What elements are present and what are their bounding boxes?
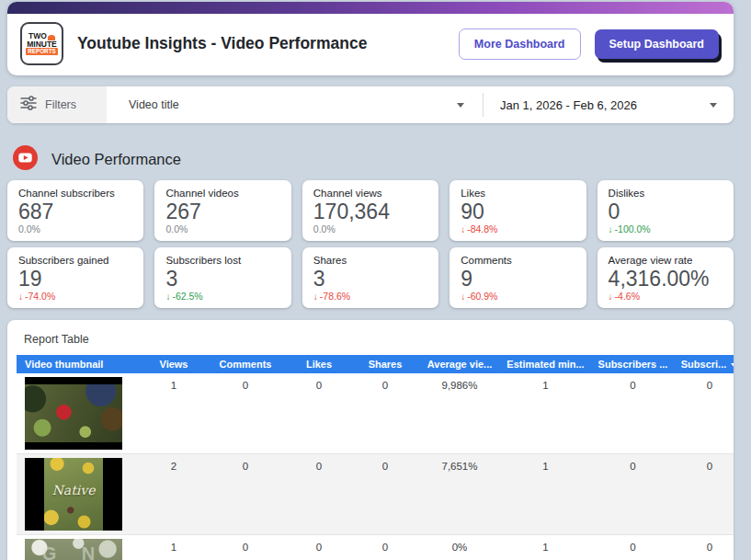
column-header-average-vie[interactable]: Average vie...	[417, 355, 502, 373]
table-cell: 0	[589, 535, 677, 560]
section-header: Video Performance	[13, 144, 181, 174]
table-row: Native20007,651%100	[17, 454, 734, 535]
metric-value: 0	[609, 200, 723, 223]
metric-value: 9	[461, 268, 575, 291]
metric-value: 90	[461, 200, 575, 223]
scorecard-channel-videos: Channel videos2670.0%	[154, 180, 290, 241]
scorecard-subscribers-lost: Subscribers lost3↓-62.5%	[154, 247, 290, 308]
column-header-comments[interactable]: Comments	[206, 355, 285, 373]
table-cell: 0	[285, 454, 353, 535]
table-header-row: Video thumbnailViewsCommentsLikesSharesA…	[17, 355, 734, 373]
metric-label: Dislikes	[609, 188, 723, 199]
metric-delta: ↓-60.9%	[461, 291, 575, 302]
logo-text-minute: MINUTE	[27, 40, 57, 49]
metric-delta-value: -62.5%	[172, 291, 202, 302]
arrow-down-icon: ↓	[165, 291, 170, 302]
video-title-filter-value: Video title	[129, 98, 179, 111]
filters-toggle[interactable]: Filters	[7, 86, 107, 123]
column-header-estimated-min[interactable]: Estimated min...	[502, 355, 589, 373]
thumbnail-cell	[17, 373, 142, 454]
chevron-down-icon	[457, 103, 464, 108]
scorecard-channel-subscribers: Channel subscribers6870.0%	[7, 180, 143, 241]
video-thumbnail[interactable]: G N	[25, 539, 122, 560]
table-cell: 0	[206, 373, 285, 454]
youtube-icon	[13, 145, 38, 174]
table-cell: 0	[353, 454, 417, 535]
metric-value: 267	[165, 200, 279, 223]
metric-delta: ↓-4.6%	[609, 291, 723, 302]
table-cell: 9,986%	[417, 373, 502, 454]
more-dashboard-button[interactable]: More Dashboard	[459, 29, 581, 60]
date-range-value: Jan 1, 2026 - Feb 6, 2026	[500, 98, 637, 112]
metric-delta-value: -100.0%	[615, 223, 651, 234]
table-cell: 0	[206, 454, 285, 535]
column-header-shares[interactable]: Shares	[353, 355, 417, 373]
thumbnail-overlay-text: Native	[25, 483, 122, 497]
metric-value: 687	[18, 200, 132, 223]
metric-label: Comments	[461, 255, 575, 266]
table-cell: 0	[206, 535, 285, 560]
metric-delta-value: 0.0%	[18, 223, 40, 234]
arrow-down-icon: ↓	[461, 291, 465, 302]
thumbnail-cell: G N	[17, 535, 142, 560]
table-cell: 0	[589, 454, 677, 535]
report-table: Video thumbnailViewsCommentsLikesSharesA…	[17, 355, 734, 560]
video-thumbnail[interactable]	[25, 377, 122, 450]
chevron-down-icon	[710, 103, 717, 108]
setup-dashboard-button[interactable]: Setup Dashboard	[595, 29, 720, 59]
video-thumbnail[interactable]: Native	[25, 458, 122, 531]
report-table-title: Report Table	[24, 333, 724, 346]
scorecards-grid: Channel subscribers6870.0%Channel videos…	[7, 180, 734, 308]
metric-label: Channel videos	[165, 188, 279, 199]
header-buttons: More Dashboard Setup Dashboard	[459, 29, 719, 60]
page-title: Youtube Insights - Video Performance	[77, 33, 371, 54]
metric-delta-value: -74.0%	[25, 291, 55, 302]
video-title-filter-dropdown[interactable]: Video title	[107, 86, 483, 123]
table-cell: 0	[353, 373, 417, 454]
scorecard-dislikes: Dislikes0↓-100.0%	[597, 180, 734, 241]
table-cell: 0	[677, 373, 734, 454]
table-cell: 0	[589, 373, 677, 454]
metric-label: Likes	[461, 188, 575, 199]
table-cell: 0	[353, 535, 417, 560]
scorecard-average-view-rate: Average view rate4,316.00%↓-4.6%	[597, 247, 734, 308]
table-cell: 1	[502, 373, 589, 454]
table-cell: 0	[677, 535, 734, 560]
filters-bar: Filters Video title Jan 1, 2026 - Feb 6,…	[7, 86, 734, 123]
two-minute-reports-logo: TWO MINUTE REPORTS	[20, 22, 63, 65]
metric-label: Subscribers gained	[18, 255, 132, 266]
metric-value: 4,316.00%	[609, 268, 723, 291]
date-range-dropdown[interactable]: Jan 1, 2026 - Feb 6, 2026	[484, 86, 734, 123]
table-row: 10009,986%100	[17, 373, 734, 454]
thumbnail-overlay-text: G N	[25, 543, 122, 560]
header-card: TWO MINUTE REPORTS Youtube Insights - Vi…	[7, 2, 734, 75]
table-row: G N10000%100	[17, 535, 734, 560]
metric-delta: ↓-62.5%	[165, 291, 279, 302]
column-header-likes[interactable]: Likes	[285, 355, 353, 373]
table-cell: 1	[142, 373, 206, 454]
table-cell: 2	[142, 454, 206, 535]
metric-delta-value: -4.6%	[615, 291, 640, 302]
metric-label: Average view rate	[609, 255, 723, 266]
column-header-subscribers[interactable]: Subscribers ...	[589, 355, 677, 373]
metric-delta-value: 0.0%	[165, 223, 188, 234]
column-header-views[interactable]: Views	[142, 355, 206, 373]
arrow-down-icon: ↓	[18, 291, 23, 302]
sort-caret-icon	[731, 363, 734, 368]
section-title: Video Performance	[51, 151, 181, 168]
arrow-down-icon: ↓	[313, 291, 318, 302]
table-cell: 0	[677, 454, 734, 535]
arrow-down-icon: ↓	[609, 291, 613, 302]
scorecard-likes: Likes90↓-84.8%	[449, 180, 586, 241]
scorecard-shares: Shares3↓-78.6%	[302, 247, 438, 308]
metric-delta-value: 0.0%	[313, 223, 336, 234]
metric-value: 3	[313, 268, 427, 291]
metric-label: Channel views	[313, 188, 427, 199]
column-header-video-thumbnail[interactable]: Video thumbnail	[17, 355, 142, 373]
scorecard-comments: Comments9↓-60.9%	[449, 247, 586, 308]
metric-delta-value: -60.9%	[467, 291, 497, 302]
metric-delta: 0.0%	[313, 223, 427, 234]
column-header-subscri[interactable]: Subscri...	[677, 355, 734, 373]
thumbnail-photo	[25, 384, 122, 442]
scorecard-channel-views: Channel views170,3640.0%	[302, 180, 438, 241]
